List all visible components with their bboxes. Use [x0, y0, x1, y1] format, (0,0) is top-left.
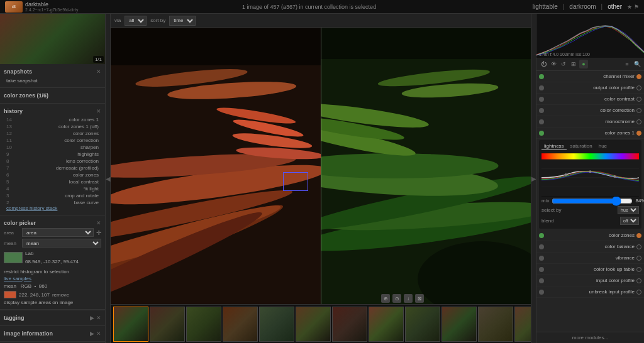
- nav-darkroom[interactable]: darkroom: [569, 3, 596, 10]
- history-header[interactable]: history ✕: [4, 106, 101, 116]
- cz-blend-select[interactable]: off: [620, 217, 639, 225]
- mi-ldot-2[interactable]: [539, 244, 544, 249]
- snapshots-section: snapshots ✕ take snapshot: [0, 64, 105, 88]
- mi-ldot-4[interactable]: [539, 267, 544, 272]
- tagging-close[interactable]: ✕: [96, 315, 101, 321]
- more-modules-button[interactable]: more modules...: [536, 332, 644, 343]
- history-item-8[interactable]: 8lens correction: [4, 158, 101, 165]
- status-icon-4[interactable]: ⊠: [415, 294, 424, 303]
- snapshots-close[interactable]: ✕: [96, 68, 101, 75]
- history-item-2[interactable]: 2base curve: [4, 199, 101, 204]
- film-thumb-1[interactable]: [113, 307, 148, 342]
- cp-live-samples-link[interactable]: live samples: [4, 276, 101, 281]
- history-item-7[interactable]: 7demosaic (profiled): [4, 165, 101, 172]
- history-item-11[interactable]: 11color correction: [4, 137, 101, 144]
- mt-active-icon[interactable]: ●: [579, 60, 588, 68]
- module-list-upper: channel mixer output color profile color…: [536, 71, 644, 139]
- tagging-expand-icon[interactable]: ▶: [90, 315, 94, 321]
- module-color-zones-1[interactable]: color zones 1: [536, 128, 644, 139]
- mi-active-dot-2[interactable]: [539, 85, 544, 90]
- module-color-balance[interactable]: color balance: [536, 241, 644, 253]
- film-thumb-6[interactable]: [296, 307, 331, 342]
- cp-area-select[interactable]: area: [22, 228, 94, 237]
- mi-active-dot-5[interactable]: [539, 119, 544, 124]
- collection-info: 1 image of 457 (a367) in current collect…: [86, 4, 532, 10]
- cz-tab-lightness[interactable]: lightness: [541, 143, 567, 150]
- compress-history-btn[interactable]: compress history stack: [4, 204, 101, 212]
- left-collapse-arrow[interactable]: ◀: [106, 14, 111, 343]
- image-info-expand-icon[interactable]: ▶: [90, 330, 94, 337]
- module-unbreak-input[interactable]: unbreak input profile: [536, 286, 644, 298]
- film-thumb-3[interactable]: [186, 307, 221, 342]
- mt-power-icon[interactable]: ⏻: [539, 60, 548, 68]
- cp-mean-select[interactable]: mean: [22, 239, 101, 248]
- module-color-zones[interactable]: color zones: [536, 230, 644, 241]
- film-thumb-10[interactable]: [441, 307, 477, 342]
- film-thumb-12[interactable]: [514, 307, 531, 342]
- module-channel-mixer[interactable]: channel mixer: [536, 71, 644, 82]
- status-icon-1[interactable]: ⊕: [381, 294, 390, 303]
- module-color-correction[interactable]: color correction: [536, 105, 644, 116]
- history-item-12[interactable]: 12color zones: [4, 130, 101, 137]
- cz-tab-saturation[interactable]: saturation: [568, 143, 595, 150]
- mi-active-dot-6[interactable]: [539, 131, 544, 136]
- mi-ldot-6[interactable]: [539, 290, 544, 295]
- history-item-9[interactable]: 9highlights: [4, 151, 101, 158]
- module-monochrome[interactable]: monochrome: [536, 116, 644, 128]
- mi-ldot-5[interactable]: [539, 278, 544, 283]
- color-picker-header[interactable]: color picker ✕: [4, 218, 101, 228]
- status-icon-3[interactable]: ↓: [404, 294, 413, 303]
- color-zones-sub-header[interactable]: color zones (1/6): [4, 90, 101, 101]
- film-thumb-11[interactable]: [478, 307, 513, 342]
- history-item-4[interactable]: 4% light: [4, 185, 101, 192]
- film-thumb-5[interactable]: [259, 307, 294, 342]
- history-close[interactable]: ✕: [96, 108, 101, 114]
- color-picker-close[interactable]: ✕: [96, 220, 101, 226]
- history-list: 14color zones 1 13color zones 1 (off) 12…: [4, 116, 101, 204]
- mi-active-dot-4[interactable]: [539, 108, 544, 113]
- sort-select[interactable]: time: [169, 16, 196, 26]
- history-item-5[interactable]: 5local contrast: [4, 178, 101, 185]
- mi-active-dot-1[interactable]: [539, 74, 544, 79]
- mt-eye-icon[interactable]: 👁: [549, 60, 558, 68]
- module-vibrance[interactable]: vibrance: [536, 253, 644, 264]
- mi-indicator-2: [636, 85, 641, 90]
- via-select[interactable]: all: [125, 16, 147, 26]
- cz-select-select[interactable]: hue: [618, 206, 639, 214]
- nav-lighttable[interactable]: lighttable: [533, 3, 558, 10]
- module-input-color[interactable]: input color profile: [536, 275, 644, 286]
- tagging-header[interactable]: tagging ▶ ✕: [4, 313, 101, 323]
- mi-ldot-3[interactable]: [539, 256, 544, 261]
- cz-tab-hue[interactable]: hue: [596, 143, 609, 150]
- module-clut[interactable]: color look up table: [536, 264, 644, 275]
- mt-presets-icon[interactable]: ≡: [623, 60, 631, 68]
- mt-refresh-icon[interactable]: ↺: [559, 60, 568, 68]
- history-item-6[interactable]: 6color zones: [4, 172, 101, 178]
- film-thumb-9[interactable]: [405, 307, 440, 342]
- film-thumb-4[interactable]: [223, 307, 258, 342]
- mt-search-icon[interactable]: 🔍: [633, 60, 641, 68]
- film-thumb-2[interactable]: [150, 307, 185, 342]
- film-thumb-7[interactable]: [332, 307, 367, 342]
- cp-eyedropper-icon[interactable]: ✛: [96, 229, 101, 236]
- mi-ldot-1[interactable]: [539, 233, 544, 238]
- film-thumb-8[interactable]: [369, 307, 404, 342]
- module-output-color[interactable]: output color profile: [536, 82, 644, 94]
- snapshots-header[interactable]: snapshots ✕: [4, 67, 101, 77]
- snapshot-item[interactable]: take snapshot: [4, 77, 101, 85]
- cp-remove-btn[interactable]: remove: [52, 292, 69, 298]
- mi-active-dot-3[interactable]: [539, 97, 544, 102]
- image-info-header[interactable]: image information ▶ ✕: [4, 329, 101, 339]
- history-item-14[interactable]: 14color zones 1: [4, 116, 101, 123]
- cz-mix-slider[interactable]: [552, 199, 633, 204]
- history-item-13[interactable]: 13color zones 1 (off): [4, 123, 101, 130]
- status-icon-2[interactable]: ⊙: [392, 294, 401, 303]
- mt-grid-icon[interactable]: ⊞: [569, 60, 578, 68]
- history-item-10[interactable]: 10sharpen: [4, 144, 101, 151]
- image-view[interactable]: [111, 28, 531, 304]
- image-info-close[interactable]: ✕: [96, 330, 101, 337]
- nav-other[interactable]: other: [608, 3, 622, 10]
- history-item-3[interactable]: 3crop and rotate: [4, 192, 101, 199]
- module-color-contrast[interactable]: color contrast: [536, 94, 644, 105]
- right-collapse-arrow[interactable]: ▶: [531, 14, 536, 343]
